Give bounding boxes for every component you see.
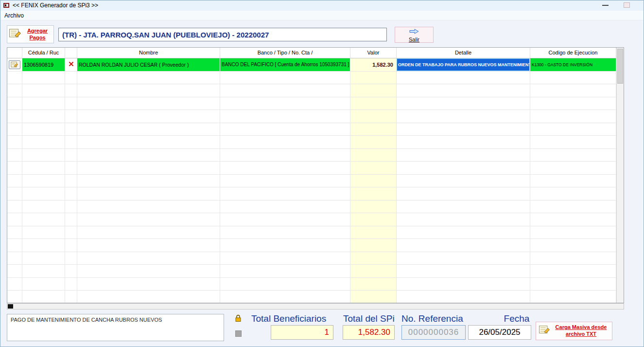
cell-nombre[interactable]	[77, 213, 220, 226]
cell-cedula[interactable]	[22, 265, 65, 278]
cell-cedula[interactable]	[22, 123, 65, 136]
cell-valor[interactable]	[350, 252, 397, 265]
column-header[interactable]: Nombre	[77, 48, 220, 58]
cell-banco[interactable]	[220, 97, 350, 110]
cell-codigo_ejecucion[interactable]	[530, 84, 616, 97]
salir-button[interactable]: Salir	[395, 27, 434, 43]
cell-icon[interactable]	[7, 187, 22, 201]
cell-codigo_ejecucion[interactable]	[530, 136, 616, 149]
cell-valor[interactable]	[350, 213, 397, 226]
cell-detalle[interactable]	[397, 123, 530, 136]
cell-icon[interactable]	[7, 201, 22, 214]
horizontal-scrollbar[interactable]	[7, 303, 624, 310]
cell-banco[interactable]	[220, 278, 350, 291]
cell-del[interactable]	[65, 201, 77, 214]
cell-del[interactable]	[65, 265, 77, 278]
menu-item-archivo[interactable]: Archivo	[0, 11, 28, 20]
cell-valor[interactable]	[350, 278, 397, 291]
cell-valor[interactable]	[350, 226, 397, 239]
cell-cedula[interactable]	[22, 175, 65, 188]
cell-valor[interactable]	[350, 72, 397, 85]
cell-banco[interactable]	[220, 72, 350, 85]
cell-del[interactable]	[65, 175, 77, 188]
cell-icon[interactable]	[7, 162, 22, 175]
cell-detalle[interactable]	[397, 110, 530, 123]
cell-del[interactable]	[65, 239, 77, 252]
table-row[interactable]	[7, 291, 616, 303]
column-header-blank[interactable]	[65, 48, 77, 58]
table-row[interactable]	[7, 123, 616, 136]
cell-nombre[interactable]	[77, 239, 220, 252]
cell-valor[interactable]	[350, 149, 397, 162]
cell-codigo_ejecucion[interactable]	[530, 175, 616, 188]
cell-cedula[interactable]	[22, 252, 65, 265]
cell-valor[interactable]	[350, 291, 397, 303]
cell-icon[interactable]	[7, 110, 22, 123]
cell-del[interactable]	[65, 136, 77, 149]
cell-del[interactable]	[65, 278, 77, 291]
cell-cedula[interactable]	[22, 239, 65, 252]
carga-masiva-button[interactable]: Carga Masiva desde archivo TXT	[536, 322, 612, 340]
cell-del[interactable]	[65, 97, 77, 110]
cell-banco[interactable]	[220, 123, 350, 136]
cell-codigo_ejecucion[interactable]	[530, 265, 616, 278]
table-row[interactable]	[7, 97, 616, 110]
cell-codigo_ejecucion[interactable]	[530, 278, 616, 291]
cell-cedula[interactable]	[22, 84, 65, 97]
cell-nombre[interactable]	[77, 162, 220, 175]
cell-nombre[interactable]	[77, 84, 220, 97]
table-row[interactable]	[7, 84, 616, 97]
cell-nombre[interactable]	[77, 226, 220, 239]
table-row[interactable]	[7, 252, 616, 265]
cell-nombre[interactable]	[77, 252, 220, 265]
fecha-input[interactable]: 26/05/2025	[468, 325, 531, 340]
cell-codigo_ejecucion[interactable]	[530, 72, 616, 85]
cell-banco[interactable]	[220, 252, 350, 265]
cell-banco[interactable]	[220, 226, 350, 239]
cell-banco[interactable]	[220, 265, 350, 278]
cell-cedula[interactable]	[22, 72, 65, 85]
cell-banco[interactable]	[220, 187, 350, 201]
cell-valor[interactable]: 1,582.30	[350, 58, 397, 72]
cell-cedula[interactable]	[22, 201, 65, 214]
cell-banco[interactable]	[220, 110, 350, 123]
cell-banco[interactable]	[220, 239, 350, 252]
cell-detalle[interactable]	[397, 226, 530, 239]
cell-icon[interactable]	[7, 291, 22, 303]
cell-detalle[interactable]	[397, 84, 530, 97]
table-row[interactable]	[7, 162, 616, 175]
cell-nombre[interactable]	[77, 110, 220, 123]
cell-banco[interactable]	[220, 291, 350, 303]
cell-del[interactable]	[65, 226, 77, 239]
cell-valor[interactable]	[350, 239, 397, 252]
cell-del[interactable]	[65, 123, 77, 136]
cell-valor[interactable]	[350, 110, 397, 123]
padlock-icon[interactable]	[234, 314, 242, 324]
edit-row-button[interactable]	[9, 60, 20, 69]
cell-codigo_ejecucion[interactable]	[530, 239, 616, 252]
cell-banco[interactable]: BANCO DEL PACIFICO [ Cuenta de Ahorros 1…	[220, 58, 350, 72]
cell-codigo_ejecucion[interactable]	[530, 97, 616, 110]
cell-cedula[interactable]	[22, 149, 65, 162]
table-row[interactable]	[7, 175, 616, 188]
detalle-pago-textarea[interactable]: PAGO DE MANTENIMIENTO DE CANCHA RUBROS N…	[7, 314, 224, 341]
cell-cedula[interactable]	[22, 213, 65, 226]
cell-nombre[interactable]	[77, 123, 220, 136]
cell-detalle[interactable]	[397, 162, 530, 175]
cell-detalle[interactable]	[397, 239, 530, 252]
cell-del[interactable]	[65, 291, 77, 303]
cell-detalle[interactable]	[397, 213, 530, 226]
table-row[interactable]	[7, 239, 616, 252]
cell-valor[interactable]	[350, 162, 397, 175]
table-row[interactable]	[7, 72, 616, 85]
cell-codigo_ejecucion[interactable]: K1300 - GASTO DE INVERSIÓN	[530, 58, 616, 72]
cell-del[interactable]	[65, 187, 77, 201]
cell-del[interactable]	[65, 84, 77, 97]
cell-valor[interactable]	[350, 265, 397, 278]
cell-del[interactable]	[65, 149, 77, 162]
table-row[interactable]	[7, 278, 616, 291]
cell-icon[interactable]	[7, 149, 22, 162]
cell-icon[interactable]	[7, 72, 22, 85]
close-button[interactable]	[624, 2, 630, 8]
cell-nombre[interactable]	[77, 175, 220, 188]
